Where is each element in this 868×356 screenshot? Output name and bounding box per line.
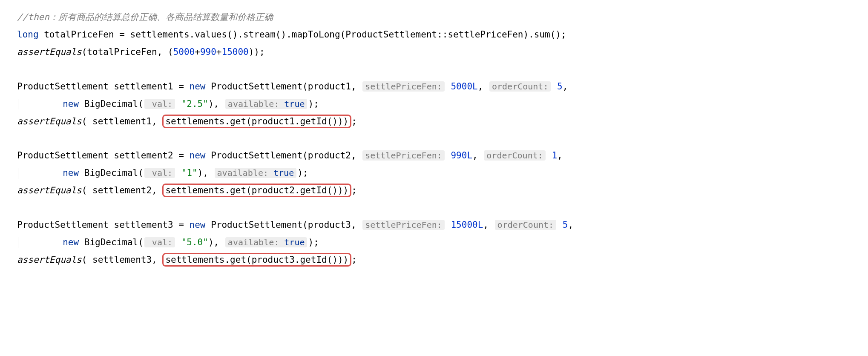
keyword-new: new bbox=[190, 150, 206, 161]
code-text: ProductSettlement settlement2 = bbox=[17, 150, 190, 161]
code-text: totalPriceFen = settlements.values().str… bbox=[39, 29, 566, 40]
code-text: , bbox=[568, 220, 573, 230]
param-hint-available: available: true bbox=[225, 237, 308, 247]
code-text: ( settlement1, bbox=[82, 116, 163, 126]
keyword-new: new bbox=[63, 99, 79, 109]
plus: + bbox=[195, 47, 200, 57]
keyword-new: new bbox=[63, 168, 79, 178]
code-line-comment: //then：所有商品的结算总价正确、各商品结算数量和价格正确 bbox=[17, 9, 851, 26]
param-hint-val: val: bbox=[144, 168, 175, 178]
code-text: ); bbox=[297, 168, 308, 178]
plus: + bbox=[216, 47, 222, 57]
code-line-settlement2-cont: new BigDecimal( val: "1"), available: tr… bbox=[17, 164, 851, 182]
highlighted-expression-2: settlements.get(product2.getId())) bbox=[162, 184, 351, 197]
code-text: , bbox=[472, 150, 483, 161]
param-hint-settlepricefen: settlePriceFen: bbox=[362, 150, 445, 161]
code-text: ); bbox=[308, 237, 319, 247]
number-literal: 990L bbox=[451, 150, 472, 161]
code-text: ProductSettlement settlement1 = bbox=[17, 81, 190, 92]
code-text: ; bbox=[351, 255, 357, 265]
indent-guide bbox=[18, 168, 19, 179]
string-literal: "5.0" bbox=[181, 237, 208, 247]
indent-guide bbox=[18, 99, 19, 109]
code-text: ), bbox=[198, 168, 214, 178]
number-literal: 15000 bbox=[221, 47, 248, 57]
code-text: BigDecimal( bbox=[79, 168, 144, 178]
number-literal: 1 bbox=[552, 150, 557, 161]
param-hint-val: val: bbox=[144, 237, 175, 247]
blank-line bbox=[17, 61, 851, 78]
highlighted-expression-3: settlements.get(product3.getId())) bbox=[162, 253, 351, 267]
param-hint-ordercount: orderCount: bbox=[495, 220, 556, 230]
keyword-long: long bbox=[17, 29, 39, 40]
blank-line bbox=[17, 199, 851, 216]
highlighted-expression-1: settlements.get(product1.getId())) bbox=[162, 115, 351, 128]
code-text: ProductSettlement(product1, bbox=[206, 81, 362, 92]
code-line-settlement2-decl: ProductSettlement settlement2 = new Prod… bbox=[17, 147, 851, 164]
code-line-total-decl: long totalPriceFen = settlements.values(… bbox=[17, 26, 851, 43]
keyword-new: new bbox=[190, 220, 206, 230]
code-text: ProductSettlement(product3, bbox=[206, 220, 362, 230]
code-text: ; bbox=[351, 185, 357, 195]
blank-line bbox=[17, 130, 851, 147]
code-text: BigDecimal( bbox=[79, 99, 144, 109]
number-literal: 5 bbox=[563, 220, 568, 230]
code-text: )); bbox=[249, 47, 265, 57]
fn-assertequals: assertEquals bbox=[17, 116, 82, 126]
param-hint-settlepricefen: settlePriceFen: bbox=[362, 81, 445, 92]
code-text: BigDecimal( bbox=[79, 237, 144, 247]
number-literal: 5000L bbox=[451, 81, 477, 92]
fn-assertequals: assertEquals bbox=[17, 47, 82, 57]
code-text: ProductSettlement settlement3 = bbox=[17, 220, 190, 230]
code-line-settlement1-cont: new BigDecimal( val: "2.5"), available: … bbox=[17, 95, 851, 113]
code-line-settlement3-cont: new BigDecimal( val: "5.0"), available: … bbox=[17, 234, 851, 251]
number-literal: 5000 bbox=[173, 47, 195, 57]
string-literal: "1" bbox=[181, 168, 198, 178]
keyword-new: new bbox=[190, 81, 206, 92]
indent-guide bbox=[18, 237, 19, 248]
param-hint-settlepricefen: settlePriceFen: bbox=[362, 220, 445, 230]
param-hint-available: available: true bbox=[225, 99, 308, 109]
code-text: , bbox=[557, 150, 563, 161]
code-text: , bbox=[483, 220, 494, 230]
code-line-assert3: assertEquals( settlement3, settlements.g… bbox=[17, 251, 851, 269]
fn-assertequals: assertEquals bbox=[17, 185, 82, 195]
param-hint-val: val: bbox=[144, 99, 175, 109]
code-text: ( settlement3, bbox=[82, 255, 163, 265]
code-text: ( settlement2, bbox=[82, 185, 163, 195]
code-text: ); bbox=[308, 99, 319, 109]
fn-assertequals: assertEquals bbox=[17, 255, 82, 265]
code-text: ProductSettlement(product2, bbox=[206, 150, 362, 161]
code-line-settlement3-decl: ProductSettlement settlement3 = new Prod… bbox=[17, 216, 851, 234]
code-text: ; bbox=[351, 116, 357, 126]
code-line-settlement1-decl: ProductSettlement settlement1 = new Prod… bbox=[17, 78, 851, 95]
string-literal: "2.5" bbox=[181, 99, 208, 109]
param-hint-ordercount: orderCount: bbox=[484, 150, 545, 161]
number-literal: 15000L bbox=[451, 220, 483, 230]
code-line-assert1: assertEquals( settlement1, settlements.g… bbox=[17, 113, 851, 130]
code-line-assert-total: assertEquals(totalPriceFen, (5000+990+15… bbox=[17, 43, 851, 61]
keyword-new: new bbox=[63, 237, 79, 247]
code-text: , bbox=[478, 81, 489, 92]
code-text: ), bbox=[208, 237, 224, 247]
code-text: , bbox=[563, 81, 568, 92]
code-text: ), bbox=[208, 99, 224, 109]
param-hint-ordercount: orderCount: bbox=[489, 81, 551, 92]
number-literal: 5 bbox=[557, 81, 563, 92]
param-hint-available: available: true bbox=[215, 168, 297, 178]
comment-text: //then：所有商品的结算总价正确、各商品结算数量和价格正确 bbox=[17, 12, 273, 22]
code-text: (totalPriceFen, ( bbox=[82, 47, 173, 57]
code-editor[interactable]: //then：所有商品的结算总价正确、各商品结算数量和价格正确 long tot… bbox=[17, 9, 851, 269]
number-literal: 990 bbox=[200, 47, 216, 57]
code-line-assert2: assertEquals( settlement2, settlements.g… bbox=[17, 182, 851, 199]
